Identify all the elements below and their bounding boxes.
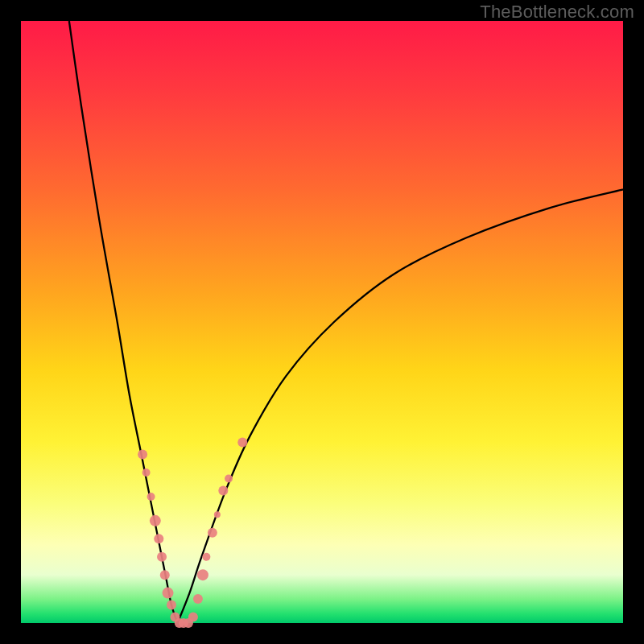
watermark-text: TheBottleneck.com [480,2,634,23]
data-marker [157,552,167,562]
data-marker [218,485,228,495]
data-marker [142,469,151,477]
chart-svg [21,21,623,623]
data-marker [237,438,247,448]
data-marker [167,601,176,610]
data-marker [208,528,217,538]
data-marker [202,553,210,561]
curve-left-branch [69,21,178,623]
curve-right-branch [177,189,623,623]
data-marker [154,534,163,543]
data-marker [197,569,208,580]
data-marker [193,594,203,604]
plot-area [21,21,623,623]
data-marker [214,511,221,518]
data-marker [147,493,155,501]
data-marker [160,570,170,580]
data-marker [150,515,161,526]
data-marker [225,474,233,482]
data-marker [163,588,174,599]
data-markers-group [138,438,247,628]
data-marker [138,450,147,460]
data-marker [188,613,198,622]
chart-frame: TheBottleneck.com [0,0,644,644]
